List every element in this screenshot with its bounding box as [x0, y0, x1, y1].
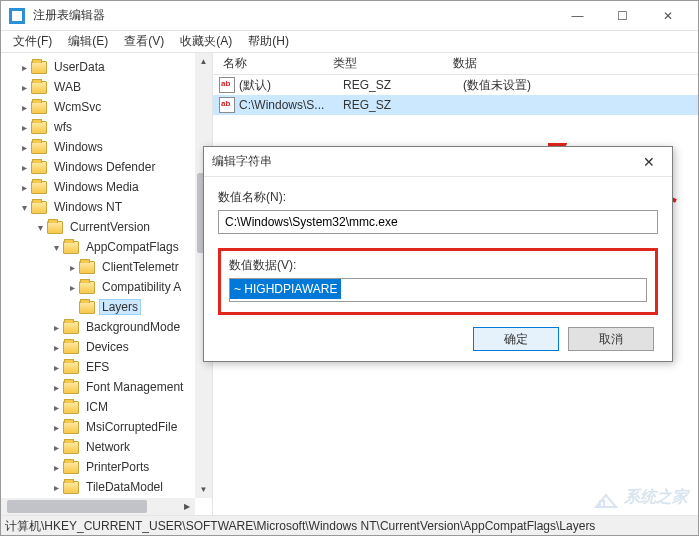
scroll-down-arrow-icon[interactable]: ▼ [195, 481, 212, 498]
value-name-input[interactable] [218, 210, 658, 234]
list-row[interactable]: C:\Windows\S...REG_SZ [213, 95, 698, 115]
chevron-right-icon[interactable]: ▸ [65, 262, 79, 273]
scroll-up-arrow-icon[interactable]: ▲ [195, 53, 212, 70]
column-data[interactable]: 数据 [443, 55, 698, 72]
tree-node-label: Devices [83, 339, 132, 355]
tree-node[interactable]: ▸EFS [1, 357, 212, 377]
chevron-right-icon[interactable]: ▸ [49, 382, 63, 393]
list-row[interactable]: (默认)REG_SZ(数值未设置) [213, 75, 698, 95]
folder-icon [31, 101, 47, 114]
tree-node-label: Windows Defender [51, 159, 158, 175]
chevron-right-icon[interactable]: ▸ [49, 422, 63, 433]
statusbar: 计算机\HKEY_CURRENT_USER\SOFTWARE\Microsoft… [1, 515, 698, 535]
reg-string-icon [219, 77, 235, 93]
chevron-right-icon[interactable]: ▸ [65, 282, 79, 293]
value-data-label: 数值数据(V): [229, 257, 647, 274]
tree-node[interactable]: ▸ICM [1, 397, 212, 417]
tree-node-label: Network [83, 439, 133, 455]
chevron-right-icon[interactable]: ▸ [17, 182, 31, 193]
cell-name: C:\Windows\S... [239, 98, 343, 112]
chevron-right-icon[interactable]: ▸ [49, 362, 63, 373]
menu-help[interactable]: 帮助(H) [240, 31, 297, 52]
chevron-right-icon[interactable]: ▸ [17, 122, 31, 133]
tree-node[interactable]: ▸Windows Media [1, 177, 212, 197]
tree-node[interactable]: ▸TileDataModel [1, 477, 212, 497]
tree-node[interactable]: ▸Devices [1, 337, 212, 357]
tree-node-label: Layers [99, 299, 141, 315]
tree-node[interactable]: ▾CurrentVersion [1, 217, 212, 237]
column-name[interactable]: 名称 [213, 55, 323, 72]
tree-node-label: Windows NT [51, 199, 125, 215]
folder-icon [31, 61, 47, 74]
chevron-right-icon[interactable]: ▸ [17, 82, 31, 93]
tree-node[interactable]: ▾AppCompatFlags [1, 237, 212, 257]
value-data-input[interactable]: ~ HIGHDPIAWARE [229, 278, 647, 302]
tree-node[interactable]: ▸Font Management [1, 377, 212, 397]
reg-string-icon [219, 97, 235, 113]
tree-node[interactable]: ▸Compatibility A [1, 277, 212, 297]
tree-node-label: UserData [51, 59, 108, 75]
menu-edit[interactable]: 编辑(E) [60, 31, 116, 52]
cell-data: (数值未设置) [463, 77, 698, 94]
minimize-button[interactable]: — [555, 1, 600, 31]
ok-button[interactable]: 确定 [473, 327, 559, 351]
folder-icon [63, 361, 79, 374]
chevron-right-icon[interactable]: ▸ [17, 142, 31, 153]
scroll-thumb[interactable] [7, 500, 147, 513]
maximize-button[interactable]: ☐ [600, 1, 645, 31]
cell-type: REG_SZ [343, 78, 463, 92]
chevron-right-icon[interactable]: ▸ [49, 342, 63, 353]
column-type[interactable]: 类型 [323, 55, 443, 72]
chevron-right-icon[interactable]: ▸ [17, 162, 31, 173]
chevron-right-icon[interactable]: ▸ [17, 62, 31, 73]
tree-node[interactable]: ▸Windows [1, 137, 212, 157]
tree-node-label: Windows [51, 139, 106, 155]
cell-name: (默认) [239, 77, 343, 94]
menubar: 文件(F) 编辑(E) 查看(V) 收藏夹(A) 帮助(H) [1, 31, 698, 53]
cancel-button[interactable]: 取消 [568, 327, 654, 351]
folder-icon [63, 321, 79, 334]
menu-view[interactable]: 查看(V) [116, 31, 172, 52]
folder-icon [63, 481, 79, 494]
scroll-right-arrow-icon[interactable]: ▶ [178, 498, 195, 515]
chevron-right-icon[interactable]: ▸ [17, 102, 31, 113]
tree-horizontal-scrollbar[interactable]: ◀ ▶ [1, 498, 195, 515]
tree-node-label: Compatibility A [99, 279, 184, 295]
list-body[interactable]: (默认)REG_SZ(数值未设置)C:\Windows\S...REG_SZ [213, 75, 698, 115]
tree-node[interactable]: ▸MsiCorruptedFile [1, 417, 212, 437]
tree-node[interactable]: ▸Network [1, 437, 212, 457]
tree-node[interactable]: ▸UserData [1, 57, 212, 77]
tree-node-label: AppCompatFlags [83, 239, 182, 255]
chevron-right-icon[interactable]: ▸ [49, 442, 63, 453]
tree-node[interactable]: ▾Windows NT [1, 197, 212, 217]
edit-string-dialog: 编辑字符串 ✕ 数值名称(N): 数值数据(V): ~ HIGHDPIAWARE… [203, 146, 673, 362]
tree-node-label: BackgroundMode [83, 319, 183, 335]
dialog-title: 编辑字符串 [212, 153, 634, 170]
chevron-right-icon[interactable]: ▸ [49, 462, 63, 473]
chevron-down-icon[interactable]: ▾ [17, 202, 31, 213]
chevron-right-icon[interactable]: ▸ [49, 322, 63, 333]
tree-node[interactable]: ▸WcmSvc [1, 97, 212, 117]
menu-file[interactable]: 文件(F) [5, 31, 60, 52]
chevron-right-icon[interactable]: ▸ [49, 482, 63, 493]
menu-favorites[interactable]: 收藏夹(A) [172, 31, 240, 52]
folder-icon [63, 401, 79, 414]
tree-node[interactable]: ▸PrinterPorts [1, 457, 212, 477]
tree-node[interactable]: ▸WAB [1, 77, 212, 97]
tree-node[interactable]: ▸wfs [1, 117, 212, 137]
value-data-text: ~ HIGHDPIAWARE [230, 279, 341, 299]
tree-node[interactable]: Layers [1, 297, 212, 317]
tree-node[interactable]: ▸Windows Defender [1, 157, 212, 177]
folder-icon [79, 281, 95, 294]
chevron-down-icon[interactable]: ▾ [49, 242, 63, 253]
tree-node[interactable]: ▸BackgroundMode [1, 317, 212, 337]
tree-node[interactable]: ▸ClientTelemetr [1, 257, 212, 277]
dialog-close-button[interactable]: ✕ [634, 154, 664, 170]
folder-icon [31, 181, 47, 194]
close-button[interactable]: ✕ [645, 1, 690, 31]
tree-node-label: CurrentVersion [67, 219, 153, 235]
chevron-right-icon[interactable]: ▸ [49, 402, 63, 413]
tree[interactable]: ▸UserData▸WAB▸WcmSvc▸wfs▸Windows▸Windows… [1, 57, 212, 497]
chevron-down-icon[interactable]: ▾ [33, 222, 47, 233]
tree-pane: ▸UserData▸WAB▸WcmSvc▸wfs▸Windows▸Windows… [1, 53, 213, 515]
